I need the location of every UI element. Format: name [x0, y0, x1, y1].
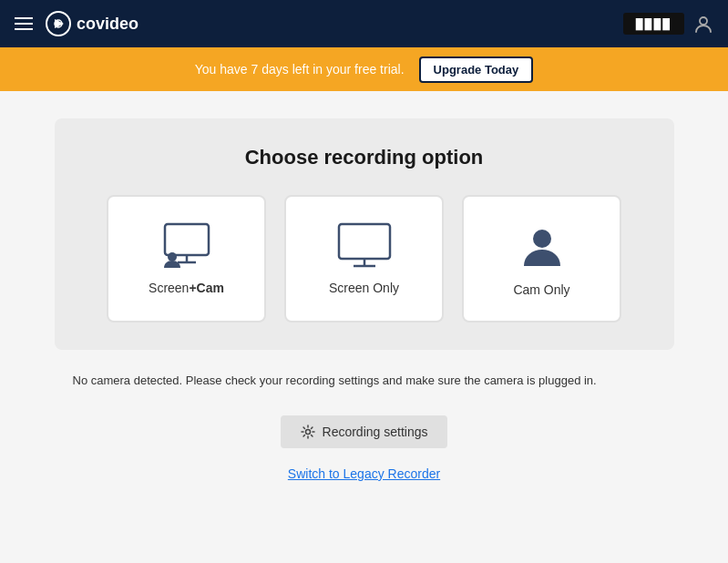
- user-avatar-icon[interactable]: [693, 14, 713, 34]
- logo-text: covideo: [77, 15, 138, 34]
- svg-point-11: [305, 429, 310, 434]
- hamburger-menu[interactable]: [15, 17, 33, 30]
- cam-only-icon: [517, 220, 568, 271]
- screen-only-icon: [332, 222, 397, 270]
- cam-only-option[interactable]: Cam Only: [462, 195, 621, 322]
- gear-icon: [301, 425, 315, 439]
- warning-section: No camera detected. Please check your re…: [55, 372, 674, 390]
- svg-point-10: [533, 230, 551, 248]
- screen-cam-icon: [154, 222, 220, 270]
- legacy-recorder-link[interactable]: Switch to Legacy Recorder: [288, 466, 440, 481]
- cam-only-label: Cam Only: [513, 282, 569, 297]
- recording-option-card: Choose recording option Screen+Cam: [55, 118, 674, 350]
- options-row: Screen+Cam Screen Only Cam Only: [107, 195, 621, 322]
- svg-rect-7: [339, 224, 390, 259]
- screen-only-option[interactable]: Screen Only: [284, 195, 444, 322]
- screen-only-label: Screen Only: [329, 281, 399, 295]
- logo: covideo: [46, 11, 138, 36]
- svg-rect-3: [165, 224, 209, 255]
- main-header: covideo ████: [0, 0, 728, 47]
- recording-settings-label: Recording settings: [323, 425, 428, 439]
- screen-cam-option[interactable]: Screen+Cam: [107, 195, 266, 322]
- header-action-button[interactable]: ████: [623, 13, 684, 35]
- legacy-wrap: Switch to Legacy Recorder: [288, 466, 440, 481]
- svg-point-2: [700, 17, 707, 25]
- warning-text: No camera detected. Please check your re…: [73, 372, 656, 390]
- trial-text: You have 7 days left in your free trial.: [195, 62, 405, 77]
- trial-banner: You have 7 days left in your free trial.…: [0, 47, 728, 91]
- card-title: Choose recording option: [245, 146, 484, 169]
- main-content: Choose recording option Screen+Cam: [0, 91, 728, 499]
- upgrade-button[interactable]: Upgrade Today: [419, 56, 534, 83]
- settings-button-wrap: Recording settings: [281, 415, 448, 448]
- header-right: ████: [623, 13, 713, 35]
- svg-point-6: [168, 252, 177, 261]
- covideo-logo-icon: [46, 11, 71, 36]
- header-left: covideo: [15, 11, 138, 36]
- screen-cam-label: Screen+Cam: [149, 281, 224, 295]
- recording-settings-button[interactable]: Recording settings: [281, 415, 448, 448]
